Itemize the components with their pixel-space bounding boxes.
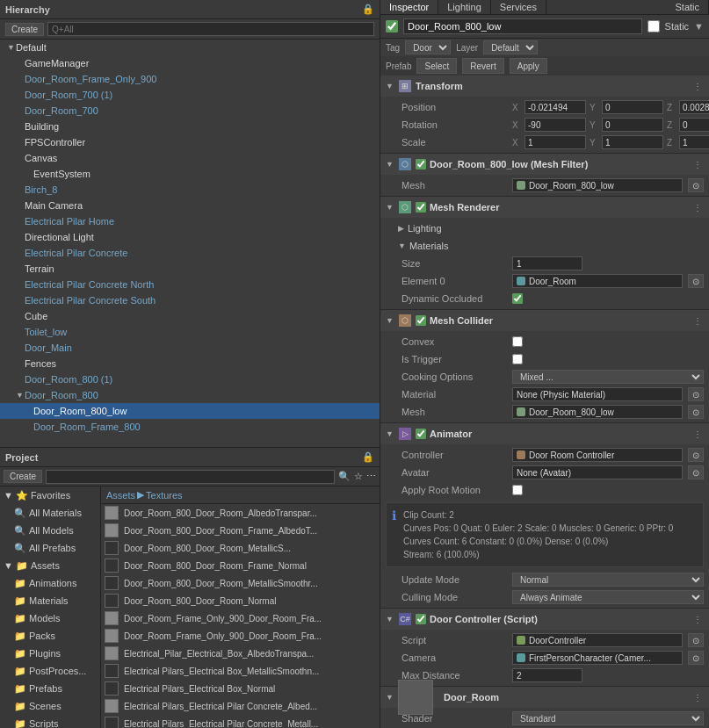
tab-inspector[interactable]: Inspector [380, 0, 438, 14]
rotation-y-input[interactable] [602, 118, 663, 132]
asset-row[interactable]: Door_Room_800_Door_Room_Normal [101, 592, 380, 609]
door-controller-checkbox[interactable] [416, 614, 426, 624]
tree-item-elec-concrete[interactable]: Electrical Pilar Concrete [0, 245, 380, 261]
tree-item-eventsystem[interactable]: EventSystem [0, 166, 380, 182]
tree-item-door-main[interactable]: Door_Main [0, 340, 380, 356]
proj-tree-postprocess[interactable]: 📁 PostProces... [0, 662, 100, 680]
tab-services[interactable]: Services [491, 0, 546, 14]
element0-select-button[interactable]: ⊙ [688, 274, 704, 288]
scale-z-input[interactable] [679, 135, 709, 149]
max-distance-input[interactable] [512, 668, 582, 682]
camera-select-button[interactable]: ⊙ [688, 651, 704, 665]
animator-checkbox[interactable] [416, 429, 426, 439]
transform-menu-button[interactable]: ⋮ [691, 82, 704, 91]
asset-row[interactable]: Electrical Pilars_Electrical Pilar Concr… [101, 697, 380, 715]
mesh-renderer-header[interactable]: ▼ ⬡ Mesh Renderer ⋮ [380, 197, 709, 218]
tree-item-camera[interactable]: Main Camera [0, 198, 380, 213]
controller-select-button[interactable]: ⊙ [688, 448, 704, 462]
static-dropdown-icon[interactable]: ▼ [694, 21, 704, 32]
position-x-input[interactable] [525, 100, 586, 114]
mesh-filter-select-button[interactable]: ⊙ [688, 178, 704, 192]
tree-item-dir-light[interactable]: Directional Light [0, 229, 380, 245]
proj-tree-assets[interactable]: ▼ 📁 Assets [0, 557, 100, 574]
rotation-x-input[interactable] [525, 118, 586, 132]
mesh-filter-header[interactable]: ▼ ⬡ Door_Room_800_low (Mesh Filter) ⋮ [380, 154, 709, 175]
mesh-renderer-checkbox[interactable] [416, 202, 426, 213]
tree-item-door-room-800-low[interactable]: Door_Room_800_low [0, 403, 380, 419]
project-create-button[interactable]: Create [4, 470, 42, 483]
dynamic-occluded-checkbox[interactable] [512, 293, 523, 304]
transform-header[interactable]: ▼ ⊞ Transform ⋮ [380, 76, 709, 97]
door-room-material-menu-button[interactable]: ⋮ [691, 693, 704, 703]
collider-mesh-select-button[interactable]: ⊙ [688, 405, 704, 419]
proj-tree-materials[interactable]: 📁 Materials [0, 592, 100, 609]
tree-item-door-room-frame-900[interactable]: Door_Room_Frame_Only_900 [0, 71, 380, 87]
door-controller-header[interactable]: ▼ C# Door Controller (Script) ⋮ [380, 609, 709, 630]
lighting-subsection[interactable]: ▶ Lighting [380, 220, 709, 237]
mesh-collider-header[interactable]: ▼ ⬡ Mesh Collider ⋮ [380, 310, 709, 331]
asset-row[interactable]: Door_Room_800_Door_Room_Frame_AlbedoT... [101, 522, 380, 539]
tree-item-fpsc[interactable]: FPSController [0, 134, 380, 150]
proj-tree-packs[interactable]: 📁 Packs [0, 627, 100, 645]
proj-tree-all-models[interactable]: 🔍 All Models [0, 522, 100, 539]
tree-item-terrain[interactable]: Terrain [0, 261, 380, 277]
animator-header[interactable]: ▼ ▷ Animator ⋮ [380, 423, 709, 444]
hierarchy-create-button[interactable]: Create [5, 23, 44, 36]
tree-item-cube[interactable]: Cube [0, 308, 380, 324]
cooking-options-dropdown[interactable]: Mixed ... [512, 370, 704, 384]
position-y-input[interactable] [602, 100, 663, 114]
proj-tree-all-materials[interactable]: 🔍 All Materials [0, 504, 100, 522]
culling-mode-dropdown[interactable]: Always Animate [512, 590, 704, 604]
proj-tree-models[interactable]: 📁 Models [0, 609, 100, 627]
asset-row[interactable]: Electrical Pilars_Electrical Pilar Concr… [101, 715, 380, 728]
tree-item-fences[interactable]: Fences [0, 356, 380, 371]
materials-size-input[interactable] [512, 256, 582, 270]
mesh-collider-checkbox[interactable] [416, 315, 426, 326]
tree-item-building[interactable]: Building [0, 119, 380, 134]
proj-tree-prefabs[interactable]: 📁 Prefabs [0, 680, 100, 697]
mesh-collider-menu-button[interactable]: ⋮ [691, 316, 704, 326]
door-controller-menu-button[interactable]: ⋮ [691, 615, 704, 624]
asset-row[interactable]: Door_Room_Frame_Only_900_Door_Room_Fra..… [101, 609, 380, 627]
door-room-material-header[interactable]: ▼ Door_Room ⋮ [380, 687, 709, 708]
asset-row[interactable]: Electrical Pilars_Electrical Box_Metalli… [101, 662, 380, 680]
rotation-z-input[interactable] [679, 118, 709, 132]
tree-item-gamemanager[interactable]: GameManager [0, 55, 380, 71]
avatar-select-button[interactable]: ⊙ [688, 465, 704, 479]
mesh-filter-menu-button[interactable]: ⋮ [691, 160, 704, 169]
update-mode-dropdown[interactable]: Normal [512, 573, 704, 587]
tree-item-elec-north[interactable]: Electrical Pilar Concrete North [0, 277, 380, 292]
materials-subsection[interactable]: ▼ Materials [380, 237, 709, 255]
proj-tree-plugins[interactable]: 📁 Plugins [0, 645, 100, 662]
proj-tree-favorites[interactable]: ▼ ⭐ Favorites [0, 487, 100, 504]
shader-dropdown[interactable]: Standard [512, 711, 704, 725]
tab-lighting[interactable]: Lighting [438, 0, 491, 14]
proj-tree-scenes[interactable]: 📁 Scenes [0, 697, 100, 715]
is-trigger-checkbox[interactable] [512, 354, 523, 364]
apply-root-motion-checkbox[interactable] [512, 485, 523, 495]
prefab-select-button[interactable]: Select [416, 58, 457, 74]
script-select-button[interactable]: ⊙ [688, 633, 704, 647]
position-z-input[interactable] [679, 100, 709, 114]
mesh-filter-checkbox[interactable] [416, 159, 426, 169]
tag-dropdown[interactable]: Door [405, 40, 451, 54]
asset-row[interactable]: Door_Room_800_Door_Room_Frame_Normal [101, 557, 380, 574]
tree-item-door-room-800-1[interactable]: Door_Room_800 (1) [0, 371, 380, 387]
scale-x-input[interactable] [525, 135, 586, 149]
static-checkbox[interactable] [648, 20, 660, 32]
mesh-renderer-menu-button[interactable]: ⋮ [691, 203, 704, 213]
asset-row[interactable]: Door_Room_Frame_Only_900_Door_Room_Fra..… [101, 627, 380, 645]
object-name-input[interactable] [403, 18, 642, 34]
layer-dropdown[interactable]: Default [483, 40, 538, 54]
tree-item-elec-home[interactable]: Electrical Pilar Home [0, 213, 380, 229]
proj-tree-animations[interactable]: 📁 Animations [0, 574, 100, 592]
tree-item-birch[interactable]: Birch_8 [0, 182, 380, 198]
tree-item-door-room-frame-800[interactable]: Door_Room_Frame_800 [0, 419, 380, 435]
asset-row[interactable]: Door_Room_800_Door_Room_MetallicS... [101, 539, 380, 557]
tree-item-door-room-700[interactable]: Door_Room_700 [0, 103, 380, 119]
collider-material-select-button[interactable]: ⊙ [688, 387, 704, 401]
tree-item-canvas[interactable]: Canvas [0, 150, 380, 166]
asset-row[interactable]: Electrical_Pilar_Electrical_Box_AlbedoTr… [101, 645, 380, 662]
prefab-revert-button[interactable]: Revert [462, 58, 503, 74]
scale-y-input[interactable] [602, 135, 663, 149]
